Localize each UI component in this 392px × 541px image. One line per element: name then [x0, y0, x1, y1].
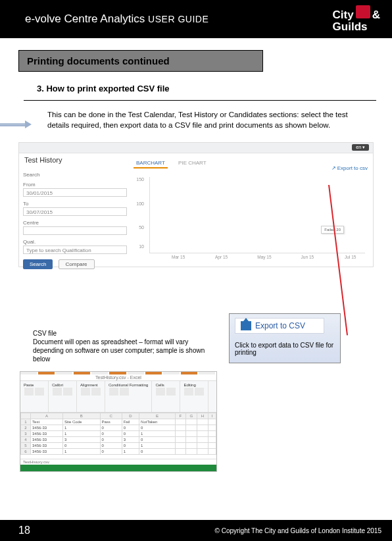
excel-statusbar	[20, 465, 216, 471]
excel-tabstrip	[20, 372, 216, 374]
spreadsheet-grid: ABCDEFGHI1TestSite CodePassFailNotTaken2…	[20, 413, 216, 459]
search-button[interactable]: Search	[23, 259, 53, 269]
export-icon	[241, 321, 251, 330]
page-footer: 18 © Copyright The City and Guilds of Lo…	[0, 520, 392, 541]
tab-piechart[interactable]: PIE CHART	[176, 159, 209, 167]
qual-label: Qual.	[23, 239, 127, 245]
to-field[interactable]: 30/07/2015	[23, 207, 127, 216]
chart-filter-panel: Search From 30/01/2015 To 30/07/2015 Cen…	[23, 168, 127, 269]
search-header: Search	[23, 172, 127, 178]
copyright-text: © Copyright The City and Guilds of Londo…	[215, 527, 381, 534]
to-label: To	[23, 201, 127, 207]
subsection-heading: 3. How to print exported CSV file	[37, 84, 392, 96]
divider	[24, 100, 376, 101]
tab-barchart[interactable]: BARCHART	[134, 159, 168, 168]
export-button-label: Export to CSV	[255, 321, 305, 330]
centre-label: Centre	[23, 220, 127, 226]
from-label: From	[23, 182, 127, 188]
lang-pill: en ▾	[352, 144, 369, 151]
product-name: e-volve Centre Analytics	[25, 13, 145, 25]
export-csv-button[interactable]: Export to CSV	[235, 318, 324, 334]
instruction-text: This can be done in the Test Calendar, T…	[47, 110, 367, 130]
export-csv-link[interactable]: ↗ Export to csv	[331, 165, 368, 171]
excel-ribbon: PasteCalibriAlignmentConditional Formatt…	[20, 381, 216, 413]
lion-icon	[356, 5, 370, 18]
page-number: 18	[18, 525, 30, 536]
arrow-indicator-icon	[0, 121, 34, 128]
test-history-screenshot: en ▾ Test History Search From 30/01/2015…	[18, 142, 374, 267]
export-callout-box: Export to CSV Click to export data to CS…	[229, 313, 341, 363]
qual-field[interactable]: Type to search Qualification	[23, 245, 127, 254]
compare-button[interactable]: Compare	[59, 259, 95, 269]
guide-label: USER GUIDE	[148, 14, 208, 24]
chart-title: Test History	[24, 156, 62, 164]
spreadsheet-sample: TestHistory.csv - Excel PasteCalibriAlig…	[20, 371, 217, 472]
export-caption: Click to export data to CSV file for pri…	[235, 342, 335, 356]
section-heading: Printing documents continued	[18, 50, 263, 72]
page-header: e-volve Centre Analytics USER GUIDE City…	[0, 0, 392, 38]
chart-topbar: en ▾	[19, 143, 373, 153]
spreadsheet-title: TestHistory.csv - Excel	[20, 374, 216, 381]
header-title: e-volve Centre Analytics USER GUIDE	[25, 13, 208, 26]
sheet-tab[interactable]: TestHistory.csv	[20, 459, 216, 465]
centre-field[interactable]	[23, 226, 127, 235]
from-field[interactable]: 30/01/2015	[23, 188, 127, 197]
brand-logo: City& Guilds	[333, 5, 380, 33]
csv-note: CSV fileDocument will open as spreadshee…	[33, 329, 217, 363]
